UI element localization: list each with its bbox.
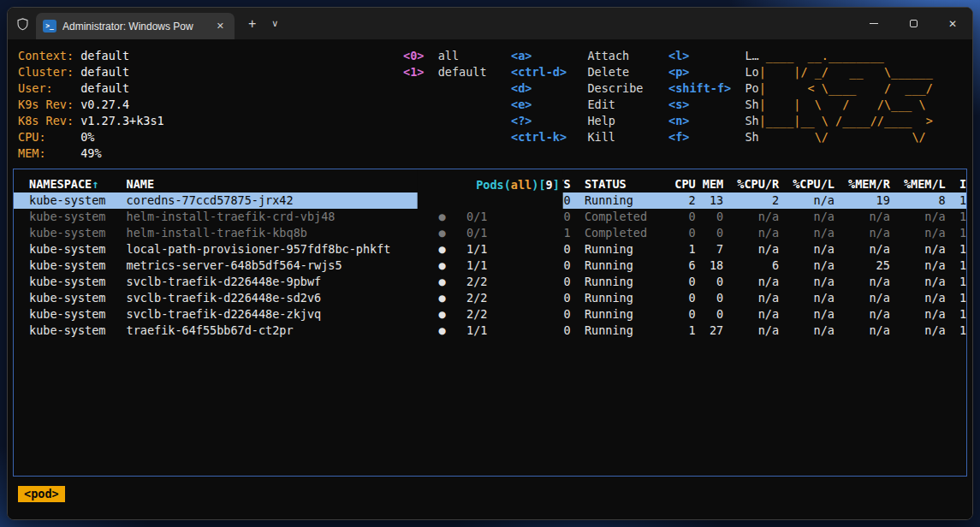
menu-key: <p> xyxy=(668,64,745,80)
info-value: v1.27.3+k3s1 xyxy=(80,114,164,127)
table-cell: 1 xyxy=(661,323,696,339)
table-cell: 1/1 xyxy=(466,241,508,258)
info-label: Context: xyxy=(18,48,80,64)
table-cell: svclb-traefik-d226448e-sd2v6 xyxy=(127,290,439,306)
column-header[interactable]: CPU xyxy=(661,176,696,192)
table-row[interactable]: kube-systemsvclb-traefik-d226448e-sd2v6●… xyxy=(14,290,966,306)
cluster-info-row: K8s Rev:v1.27.3+k3s1 xyxy=(18,113,164,129)
table-row[interactable]: kube-systemmetrics-server-648b5df564-rwj… xyxy=(14,258,966,274)
menu-label: Sh xyxy=(745,98,758,111)
menu-label: Attach xyxy=(587,49,629,62)
terminal-content[interactable]: Context:defaultCluster:defaultUser:defau… xyxy=(8,39,972,519)
info-label: Cluster: xyxy=(18,64,80,80)
tab-close-icon[interactable]: ✕ xyxy=(213,19,228,33)
table-cell: n/a xyxy=(834,225,890,241)
table-cell: 7 xyxy=(696,241,723,258)
column-header[interactable]: %CPU/L xyxy=(779,176,834,192)
table-cell: 0 xyxy=(508,323,571,339)
table-cell: n/a xyxy=(779,306,834,323)
table-row[interactable]: kube-systemlocal-path-provisioner-957fdf… xyxy=(14,241,966,258)
table-cell: 0/1 xyxy=(466,209,508,225)
table-cell: 27 xyxy=(696,323,723,339)
menu-key: <?> xyxy=(511,113,587,129)
table-cell: n/a xyxy=(834,209,890,225)
table-cell: n/a xyxy=(834,274,890,290)
table-cell: 1 xyxy=(946,306,966,323)
table-cell: n/a xyxy=(779,225,834,241)
menu-key: <shift-f> xyxy=(668,80,745,97)
table-cell: 0 xyxy=(696,209,723,225)
maximize-button[interactable] xyxy=(894,8,933,39)
table-cell: 6 xyxy=(723,258,779,274)
menu-label: L… xyxy=(745,49,758,62)
column-header[interactable]: NAMESPACE↑ xyxy=(29,176,127,192)
table-row[interactable]: kube-systemhelm-install-traefik-kbq8b●0/… xyxy=(14,225,966,241)
table-row[interactable]: kube-systemsvclb-traefik-d226448e-zkjvq●… xyxy=(14,306,966,323)
table-cell: Completed xyxy=(571,225,661,241)
table-cell: n/a xyxy=(834,290,890,306)
table-cell: ● xyxy=(439,290,466,306)
admin-shield-icon xyxy=(16,17,29,31)
table-cell: 0 xyxy=(696,274,723,290)
table-cell: n/a xyxy=(834,323,890,339)
menu-item: <l>L… ____ __.________ xyxy=(668,48,933,64)
table-cell: 2/2 xyxy=(466,306,508,323)
tab-title: Administrator: Windows Pow xyxy=(62,21,207,33)
menu-item: <e>Edit xyxy=(511,97,643,113)
table-cell: 2/2 xyxy=(466,274,508,290)
table-row[interactable]: kube-systemhelm-install-traefik-crd-vbj4… xyxy=(14,209,966,225)
cluster-info-row: User:default xyxy=(18,80,164,97)
menu-label: Help xyxy=(587,114,615,127)
tab-dropdown-icon[interactable]: ∨ xyxy=(266,18,283,29)
menu-item: <0>all xyxy=(403,48,487,64)
table-cell: 8 xyxy=(890,192,946,209)
table-cell: Running xyxy=(571,274,661,290)
cluster-info-row: CPU:0% xyxy=(18,129,164,145)
cluster-info-row: Cluster:default xyxy=(18,64,164,80)
table-cell: 1/1 xyxy=(466,258,508,274)
table-cell: 0 xyxy=(508,290,571,306)
titlebar[interactable]: >_ Administrator: Windows Pow ✕ + ∨ ✕ xyxy=(8,8,972,39)
cluster-info: Context:defaultCluster:defaultUser:defau… xyxy=(18,48,164,162)
table-cell: n/a xyxy=(834,306,890,323)
menu-key: <l> xyxy=(668,48,745,64)
table-cell: n/a xyxy=(723,209,779,225)
table-cell: 0/1 xyxy=(466,225,508,241)
table-cell: 2/2 xyxy=(466,290,508,306)
close-button[interactable]: ✕ xyxy=(933,8,972,39)
table-cell: 1 xyxy=(946,290,966,306)
column-header[interactable]: NAME xyxy=(127,176,439,192)
column-header[interactable]: MEM xyxy=(696,176,723,192)
minimize-button[interactable] xyxy=(854,8,894,39)
table-cell: 0 xyxy=(508,241,571,258)
table-cell: Running xyxy=(571,290,661,306)
table-row[interactable]: kube-systemsvclb-traefik-d226448e-9pbwf●… xyxy=(14,274,966,290)
table-cell: svclb-traefik-d226448e-zkjvq xyxy=(127,306,439,323)
new-tab-button[interactable]: + xyxy=(243,16,261,32)
info-label: K9s Rev: xyxy=(18,97,80,113)
menu-label: Delete xyxy=(587,65,629,79)
table-cell: 0 xyxy=(661,274,696,290)
table-cell: 1 xyxy=(946,258,966,274)
table-row[interactable]: kube-systemtraefik-64f55bb67d-ct2pr●1/10… xyxy=(14,323,966,339)
terminal-tab[interactable]: >_ Administrator: Windows Pow ✕ xyxy=(36,13,235,39)
column-header[interactable]: STATUS xyxy=(571,176,661,192)
table-cell: 1 xyxy=(661,241,696,258)
info-value: 49% xyxy=(80,146,101,160)
column-header[interactable]: I xyxy=(946,176,966,192)
table-cell: 1 xyxy=(946,192,966,209)
table-cell: n/a xyxy=(723,306,779,323)
close-icon: ✕ xyxy=(948,18,957,30)
menu-key: <s> xyxy=(668,97,745,113)
column-header[interactable]: %MEM/R xyxy=(834,176,890,192)
table-cell: kube-system xyxy=(29,290,127,306)
title-scope: all xyxy=(511,178,532,192)
table-cell: n/a xyxy=(890,290,946,306)
menu-item: <ctrl-d>Delete xyxy=(511,64,643,80)
column-header[interactable]: %MEM/L xyxy=(890,176,946,192)
k9s-logo-line: |____|__ \ /____//____ > xyxy=(759,114,933,127)
column-header[interactable]: %CPU/R xyxy=(723,176,779,192)
table-cell: Running xyxy=(571,258,661,274)
table-cell: ● xyxy=(439,306,466,323)
table-cell: ● xyxy=(439,323,466,339)
